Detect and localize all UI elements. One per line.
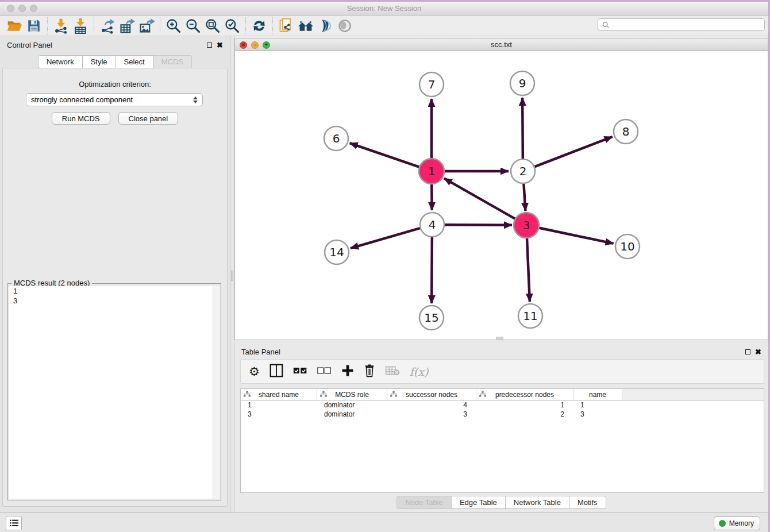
- tab-motifs[interactable]: Motifs: [569, 496, 606, 509]
- tab-edge-table[interactable]: Edge Table: [452, 496, 506, 509]
- table-cell[interactable]: dominator: [317, 401, 387, 409]
- list-icon: [9, 519, 19, 527]
- node-14[interactable]: 14: [325, 240, 349, 264]
- export-network-icon[interactable]: [98, 17, 117, 34]
- close-panel-button[interactable]: Close panel: [118, 112, 179, 125]
- node-1[interactable]: 1: [419, 159, 444, 184]
- splitter-grip[interactable]: [496, 337, 503, 340]
- close-panel-icon[interactable]: ✖: [755, 348, 761, 356]
- column-header-MCDS-role[interactable]: MCDS role: [317, 389, 387, 400]
- search-input[interactable]: [610, 20, 764, 30]
- task-history-button[interactable]: [6, 516, 22, 530]
- network-graph[interactable]: 7968124314101511: [235, 51, 768, 340]
- column-header-successor-nodes[interactable]: successor nodes: [387, 389, 476, 400]
- float-panel-icon[interactable]: [207, 43, 212, 48]
- zoom-out-icon[interactable]: [183, 17, 203, 34]
- table-cell[interactable]: 3: [387, 410, 476, 418]
- open-folder-icon[interactable]: [5, 17, 24, 34]
- select-all-icon[interactable]: [293, 365, 307, 378]
- node-6[interactable]: 6: [324, 126, 348, 151]
- delete-table-icon[interactable]: [385, 365, 400, 379]
- show-graphics-icon[interactable]: [335, 17, 355, 34]
- edge-3-10[interactable]: [539, 228, 614, 244]
- tab-node-table[interactable]: Node Table: [396, 496, 452, 509]
- home-icon[interactable]: [296, 17, 315, 34]
- table-row[interactable]: 3dominator323: [241, 410, 764, 419]
- zoom-selected-icon[interactable]: [222, 17, 242, 34]
- table-cell[interactable]: 1: [573, 401, 622, 409]
- node-9[interactable]: 9: [510, 71, 534, 95]
- node-label: 1: [428, 164, 436, 178]
- column-layout-icon[interactable]: [270, 364, 283, 380]
- refresh-layout-icon[interactable]: [249, 17, 269, 34]
- node-4[interactable]: 4: [420, 213, 444, 237]
- node-label: 2: [519, 164, 527, 178]
- node-11[interactable]: 11: [518, 304, 542, 328]
- table-cell[interactable]: 4: [387, 401, 476, 409]
- splitter-grip[interactable]: [231, 271, 233, 281]
- node-7[interactable]: 7: [419, 72, 444, 97]
- node-8[interactable]: 8: [614, 119, 638, 144]
- column-header-name[interactable]: name: [573, 389, 622, 400]
- control-panel-header: Control Panel ✖: [0, 38, 230, 52]
- close-panel-icon[interactable]: ✖: [217, 41, 223, 49]
- column-header-shared-name[interactable]: shared name: [241, 389, 317, 400]
- table-cell[interactable]: 2: [476, 410, 573, 418]
- node-15[interactable]: 15: [419, 306, 444, 330]
- table-cell[interactable]: dominator: [317, 410, 387, 418]
- horizontal-splitter[interactable]: [234, 340, 768, 345]
- node-2[interactable]: 2: [511, 159, 535, 183]
- table-cell[interactable]: 1: [476, 401, 573, 409]
- network-from-selection-icon[interactable]: [276, 17, 296, 34]
- function-builder-icon[interactable]: f(x): [410, 365, 429, 378]
- export-image-icon[interactable]: [137, 17, 156, 34]
- run-mcds-button[interactable]: Run MCDS: [52, 112, 110, 125]
- save-session-icon[interactable]: [24, 17, 44, 34]
- tab-select[interactable]: Select: [116, 55, 153, 68]
- result-scrollbar[interactable]: [213, 286, 220, 499]
- network-canvas[interactable]: 7968124314101511: [235, 51, 768, 340]
- gear-icon[interactable]: ⚙: [249, 365, 260, 377]
- criterion-dropdown[interactable]: strongly connected component: [26, 93, 203, 106]
- edge-3-1[interactable]: [444, 178, 515, 219]
- tab-mcds[interactable]: MCDS: [153, 55, 192, 68]
- memory-label: Memory: [729, 519, 754, 527]
- column-header-predecessor-nodes[interactable]: predecessor nodes: [476, 389, 573, 400]
- node-table[interactable]: shared nameMCDS rolesuccessor nodesprede…: [240, 388, 764, 493]
- trash-icon[interactable]: [364, 364, 375, 380]
- network-window-titlebar[interactable]: ✕ − + scc.txt: [235, 38, 768, 51]
- search-box[interactable]: [598, 18, 765, 31]
- tab-style[interactable]: Style: [83, 55, 116, 68]
- mcds-result-list[interactable]: 13: [9, 286, 220, 499]
- table-cell[interactable]: 3: [241, 410, 317, 418]
- import-network-icon[interactable]: [51, 17, 71, 34]
- node-3[interactable]: 3: [514, 213, 539, 238]
- float-panel-icon[interactable]: [745, 349, 750, 354]
- mcds-result-item[interactable]: 3: [9, 296, 220, 306]
- add-icon[interactable]: [341, 364, 354, 379]
- tab-network[interactable]: Network: [38, 55, 83, 68]
- vertical-splitter[interactable]: [230, 36, 234, 512]
- edge-2-8[interactable]: [535, 137, 613, 167]
- edge-2-3[interactable]: [523, 184, 525, 211]
- zoom-in-icon[interactable]: [164, 17, 183, 34]
- edge-4-3[interactable]: [445, 225, 512, 225]
- table-cell[interactable]: 1: [241, 401, 317, 409]
- apply-style-icon[interactable]: [315, 17, 335, 34]
- edge-4-15[interactable]: [432, 237, 432, 303]
- unselect-all-icon[interactable]: [317, 365, 332, 378]
- export-table-icon[interactable]: [117, 17, 137, 34]
- memory-status-icon: [719, 520, 726, 527]
- edge-4-14[interactable]: [351, 228, 420, 248]
- import-table-icon[interactable]: [71, 17, 90, 34]
- table-cell[interactable]: 3: [573, 410, 622, 418]
- edge-1-6[interactable]: [350, 143, 420, 167]
- edge-3-11[interactable]: [527, 238, 530, 302]
- mcds-result-item[interactable]: 1: [9, 286, 220, 296]
- edge-2-9[interactable]: [522, 98, 523, 159]
- node-10[interactable]: 10: [615, 234, 640, 259]
- tab-network-table[interactable]: Network Table: [506, 496, 569, 509]
- table-row[interactable]: 1dominator411: [241, 400, 764, 410]
- zoom-fit-icon[interactable]: [203, 17, 222, 34]
- memory-button[interactable]: Memory: [714, 516, 760, 530]
